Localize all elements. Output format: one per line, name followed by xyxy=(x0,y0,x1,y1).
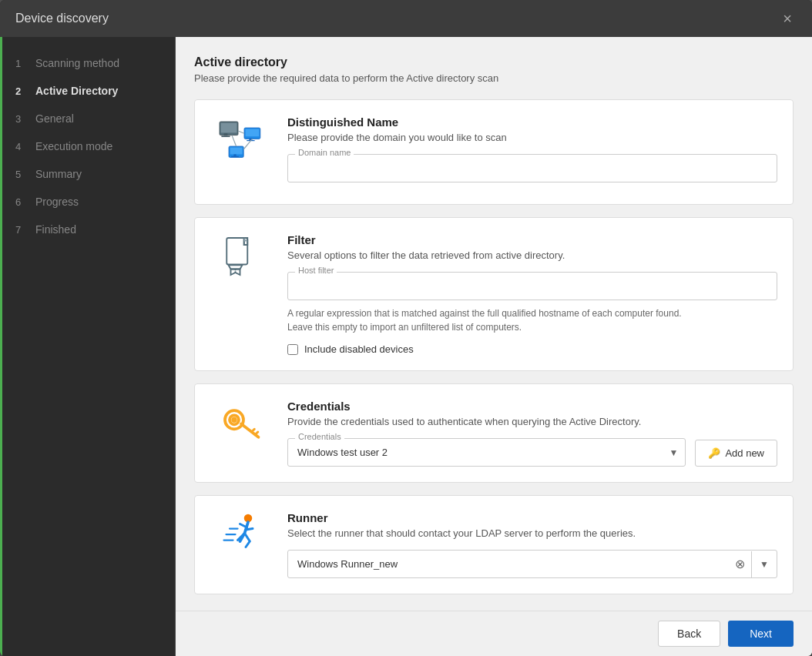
svg-line-13 xyxy=(232,136,237,146)
filter-desc: Several options to filter the data retri… xyxy=(287,249,777,261)
add-new-credentials-button[interactable]: 🔑 Add new xyxy=(695,440,777,467)
svg-line-21 xyxy=(252,429,255,432)
runner-desc: Select the runner that should contact yo… xyxy=(287,527,777,539)
runner-dropdown-arrow[interactable]: ▼ xyxy=(751,551,777,577)
sidebar-item-execution-mode[interactable]: 4 Execution mode xyxy=(0,132,175,160)
step-3-number: 3 xyxy=(15,113,28,125)
svg-rect-5 xyxy=(246,129,260,137)
step-2-label: Active Directory xyxy=(35,85,118,97)
distinguished-name-card: Distinguished Name Please provide the do… xyxy=(194,99,794,205)
svg-rect-2 xyxy=(224,133,228,136)
svg-rect-3 xyxy=(221,136,230,137)
svg-line-22 xyxy=(255,432,258,435)
credentials-select-wrapper: Credentials Windows test user 2 ▼ xyxy=(287,438,686,467)
step-4-label: Execution mode xyxy=(35,140,112,152)
include-disabled-row: Include disabled devices xyxy=(287,343,777,355)
step-6-number: 6 xyxy=(15,196,28,208)
credentials-content: Credentials Provide the credentials used… xyxy=(287,400,777,467)
sidebar-item-general[interactable]: 3 General xyxy=(0,105,175,132)
runner-select-wrapper: Windows Runner_new ⊗ ▼ xyxy=(287,550,777,578)
filter-card: Filter Several options to filter the dat… xyxy=(194,217,794,371)
credentials-label: Credentials xyxy=(295,432,344,441)
close-button[interactable]: × xyxy=(778,9,797,28)
step-7-label: Finished xyxy=(35,223,76,236)
back-button[interactable]: Back xyxy=(658,621,720,647)
step-2-number: 2 xyxy=(15,85,28,97)
runner-content: Runner Select the runner that should con… xyxy=(287,511,777,578)
include-disabled-checkbox[interactable] xyxy=(287,344,298,355)
dialog-body: 1 Scanning method 2 Active Directory 3 G… xyxy=(0,37,812,656)
runner-card: Runner Select the runner that should con… xyxy=(194,495,794,594)
sidebar-item-active-directory[interactable]: 2 Active Directory xyxy=(0,77,175,105)
runner-select-inner[interactable]: Windows Runner_new ⊗ ▼ xyxy=(287,550,777,578)
svg-point-17 xyxy=(234,271,236,273)
sidebar-item-summary[interactable]: 5 Summary xyxy=(0,160,175,188)
device-discovery-dialog: Device discovery × 1 Scanning method 2 A… xyxy=(0,0,812,656)
host-filter-field-group: Host filter xyxy=(287,272,777,300)
credentials-title: Credentials xyxy=(287,400,777,413)
svg-rect-11 xyxy=(231,156,239,157)
credentials-card: Credentials Provide the credentials used… xyxy=(194,383,794,483)
step-7-number: 7 xyxy=(15,224,28,236)
sidebar-item-finished[interactable]: 7 Finished xyxy=(0,216,175,243)
domain-name-input[interactable] xyxy=(287,154,777,182)
add-new-key-icon: 🔑 xyxy=(708,447,720,459)
domain-name-label: Domain name xyxy=(295,148,354,157)
sidebar-item-progress[interactable]: 6 Progress xyxy=(0,188,175,216)
filter-helper-text: A regular expression that is matched aga… xyxy=(287,306,777,334)
credentials-select[interactable]: Windows test user 2 xyxy=(287,438,686,467)
runner-clear-button[interactable]: ⊗ xyxy=(729,557,751,571)
runner-selected-value: Windows Runner_new xyxy=(288,551,729,577)
svg-point-23 xyxy=(231,417,237,423)
filter-title: Filter xyxy=(287,233,777,246)
runner-title: Runner xyxy=(287,511,777,524)
filter-content: Filter Several options to filter the dat… xyxy=(287,233,777,355)
step-1-label: Scanning method xyxy=(35,57,119,69)
network-icon xyxy=(210,115,272,165)
page-title: Active directory xyxy=(194,55,794,69)
svg-point-16 xyxy=(234,269,236,270)
svg-rect-10 xyxy=(233,154,236,156)
page-subtitle: Please provide the required data to perf… xyxy=(194,72,794,84)
filter-icon xyxy=(210,233,272,279)
step-4-number: 4 xyxy=(15,141,28,152)
dialog-title: Device discovery xyxy=(15,12,109,25)
key-icon xyxy=(210,400,272,446)
distinguished-name-title: Distinguished Name xyxy=(287,115,777,129)
distinguished-name-desc: Please provide the domain you would like… xyxy=(287,132,777,143)
sidebar-item-scanning-method[interactable]: 1 Scanning method xyxy=(0,49,175,77)
host-filter-input[interactable] xyxy=(287,272,777,300)
sidebar: 1 Scanning method 2 Active Directory 3 G… xyxy=(0,37,176,656)
credentials-desc: Provide the credentials used to authenti… xyxy=(287,416,777,427)
distinguished-name-content: Distinguished Name Please provide the do… xyxy=(287,115,777,189)
dialog-header: Device discovery × xyxy=(0,0,812,37)
credentials-row: Credentials Windows test user 2 ▼ 🔑 Add … xyxy=(287,438,777,467)
svg-rect-9 xyxy=(230,148,243,155)
step-5-label: Summary xyxy=(35,168,82,180)
svg-line-12 xyxy=(238,131,244,133)
content-scroll-area: Active directory Please provide the requ… xyxy=(176,37,812,611)
svg-rect-1 xyxy=(221,123,237,133)
step-6-label: Progress xyxy=(35,196,79,208)
dialog-footer: Back Next xyxy=(176,611,812,656)
runner-icon xyxy=(210,511,272,557)
step-5-number: 5 xyxy=(15,169,28,180)
host-filter-label: Host filter xyxy=(295,266,337,275)
include-disabled-label[interactable]: Include disabled devices xyxy=(304,343,414,355)
add-new-label: Add new xyxy=(725,447,764,459)
domain-name-field-group: Domain name xyxy=(287,154,777,182)
step-1-number: 1 xyxy=(15,58,28,69)
next-button[interactable]: Next xyxy=(728,621,794,647)
main-content: Active directory Please provide the requ… xyxy=(176,37,812,656)
step-3-label: General xyxy=(35,112,74,125)
